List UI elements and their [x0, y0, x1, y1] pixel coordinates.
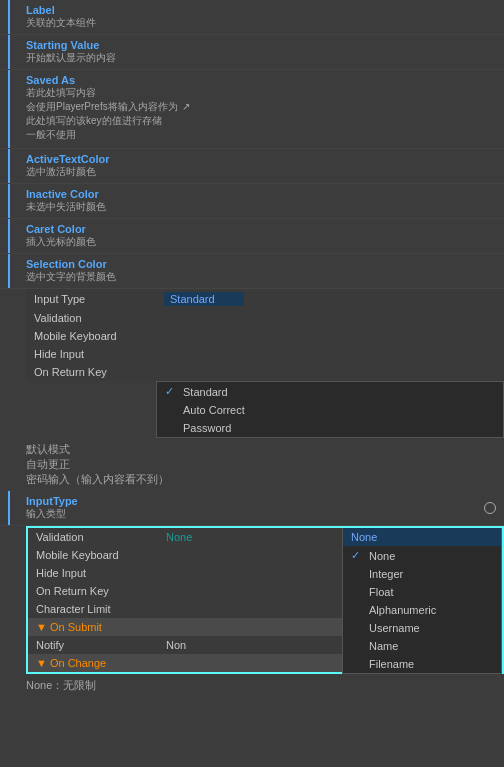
bottom-hint: None：无限制: [0, 674, 504, 697]
prop-sc-desc: 选中文字的背景颜色: [26, 270, 496, 284]
check-standard: ✓: [165, 385, 183, 398]
first-dropdown-headers: Input Type Standard Validation Mobile Ke…: [26, 289, 504, 381]
second-dropdown-section: Validation None Mobile Keyboard Hide Inp…: [26, 526, 504, 674]
validation-label: Validation: [34, 312, 164, 324]
prop-atc-desc: 选中激活时颜色: [26, 165, 496, 179]
prop-sa-desc4: 一般不使用: [26, 128, 496, 142]
hide-input-row[interactable]: Hide Input: [26, 345, 504, 363]
second-mobile-kb-label: Mobile Keyboard: [36, 549, 166, 561]
chinese-explanation: 默认模式 自动更正 密码输入（输入内容看不到）: [0, 438, 504, 491]
prop-active-text-color: ActiveTextColor 选中激活时颜色: [0, 149, 504, 184]
prop-ic-text: Inactive Color: [26, 188, 496, 200]
left-bar-label: [8, 0, 10, 34]
menu-item-auto-correct-label: Auto Correct: [183, 404, 245, 416]
left-bar-sc: [8, 254, 10, 288]
input-type-property-row: InputType 输入类型: [0, 491, 504, 526]
validation-row[interactable]: Validation: [26, 309, 504, 327]
prop-inactive-color: Inactive Color 未选中失活时颜色: [0, 184, 504, 219]
second-char-limit-label: Character Limit: [36, 603, 166, 615]
prop-sa-desc1: 若此处填写内容: [26, 86, 496, 100]
second-hide-input-label: Hide Input: [36, 567, 166, 579]
menu-item-float-label: Float: [369, 586, 393, 598]
left-bar-ic: [8, 184, 10, 218]
prop-sc-text: Selection Color: [26, 258, 496, 270]
prop-label-text: Label: [26, 4, 496, 16]
menu-item-filename[interactable]: Filename: [343, 655, 501, 673]
on-submit-label: ▼ On Submit: [36, 621, 102, 633]
chinese-line3: 密码输入（输入内容看不到）: [26, 472, 496, 487]
prop-sv-text: Starting Value: [26, 39, 496, 51]
second-dropdown-menu: None ✓ None Integer Float Alphanumeric U…: [342, 528, 502, 674]
left-bar-sa: [8, 70, 10, 148]
chinese-line1: 默认模式: [26, 442, 496, 457]
prop-ic-desc: 未选中失活时颜色: [26, 200, 496, 214]
input-type-row[interactable]: Input Type Standard: [26, 289, 504, 309]
prop-caret-color: Caret Color 插入光标的颜色: [0, 219, 504, 254]
input-type-prop-label: InputType: [26, 495, 476, 507]
on-return-key-label: On Return Key: [34, 366, 164, 378]
menu-item-name[interactable]: Name: [343, 637, 501, 655]
hide-input-label: Hide Input: [34, 348, 164, 360]
menu-item-integer[interactable]: Integer: [343, 565, 501, 583]
left-bar-atc: [8, 149, 10, 183]
prop-cc-text: Caret Color: [26, 223, 496, 235]
menu-item-password[interactable]: Password: [157, 419, 503, 437]
menu-item-filename-label: Filename: [369, 658, 414, 670]
menu-item-none-label: None: [369, 550, 395, 562]
input-type-block: InputType 输入类型: [26, 495, 476, 521]
menu-item-username[interactable]: Username: [343, 619, 501, 637]
menu-item-standard[interactable]: ✓ Standard: [157, 382, 503, 401]
menu-item-username-label: Username: [369, 622, 420, 634]
left-bar-cc: [8, 219, 10, 253]
prop-saved-as: Saved As 若此处填写内容 会使用PlayerPrefs将输入内容作为 ↗…: [0, 70, 504, 149]
notify-label: Notify: [36, 639, 166, 651]
input-type-prop-sublabel: 输入类型: [26, 507, 476, 521]
second-on-return-key-label: On Return Key: [36, 585, 166, 597]
prop-selection-color: Selection Color 选中文字的背景颜色: [0, 254, 504, 289]
prop-sv-desc: 开始默认显示的内容: [26, 51, 496, 65]
menu-item-auto-correct[interactable]: Auto Correct: [157, 401, 503, 419]
mobile-keyboard-label: Mobile Keyboard: [34, 330, 164, 342]
prop-sa-desc3: 此处填写的该key的值进行存储: [26, 114, 496, 128]
radio-circle[interactable]: [484, 502, 496, 514]
menu-item-name-label: Name: [369, 640, 398, 652]
main-panel: Label 关联的文本组件 Starting Value 开始默认显示的内容 S…: [0, 0, 504, 697]
left-bar-it: [8, 491, 10, 525]
notify-value: Non: [166, 639, 186, 651]
prop-sa-text: Saved As: [26, 74, 496, 86]
prop-cc-desc: 插入光标的颜色: [26, 235, 496, 249]
menu-item-alphanumeric-label: Alphanumeric: [369, 604, 436, 616]
mobile-keyboard-row[interactable]: Mobile Keyboard: [26, 327, 504, 345]
check-none: ✓: [351, 549, 369, 562]
on-change-label: ▼ On Change: [36, 657, 106, 669]
prop-sa-desc2: 会使用PlayerPrefs将输入内容作为 ↗: [26, 100, 496, 114]
input-type-value[interactable]: Standard: [164, 292, 244, 306]
prop-atc-text: ActiveTextColor: [26, 153, 496, 165]
first-dropdown-menu: ✓ Standard Auto Correct Password: [156, 381, 504, 438]
menu-item-alphanumeric[interactable]: Alphanumeric: [343, 601, 501, 619]
prop-starting-value: Starting Value 开始默认显示的内容: [0, 35, 504, 70]
on-return-key-row[interactable]: On Return Key: [26, 363, 504, 381]
left-bar-sv: [8, 35, 10, 69]
chinese-line2: 自动更正: [26, 457, 496, 472]
input-type-label: Input Type: [34, 293, 164, 305]
menu-item-standard-label: Standard: [183, 386, 228, 398]
prop-label: Label 关联的文本组件: [0, 0, 504, 35]
second-validation-label: Validation: [36, 531, 166, 543]
first-dropdown-area: Input Type Standard Validation Mobile Ke…: [26, 289, 504, 438]
prop-label-desc: 关联的文本组件: [26, 16, 496, 30]
second-validation-value: None: [166, 531, 192, 543]
second-menu-header: None: [343, 528, 501, 546]
menu-item-integer-label: Integer: [369, 568, 403, 580]
menu-item-password-label: Password: [183, 422, 231, 434]
menu-item-float[interactable]: Float: [343, 583, 501, 601]
menu-item-none[interactable]: ✓ None: [343, 546, 501, 565]
